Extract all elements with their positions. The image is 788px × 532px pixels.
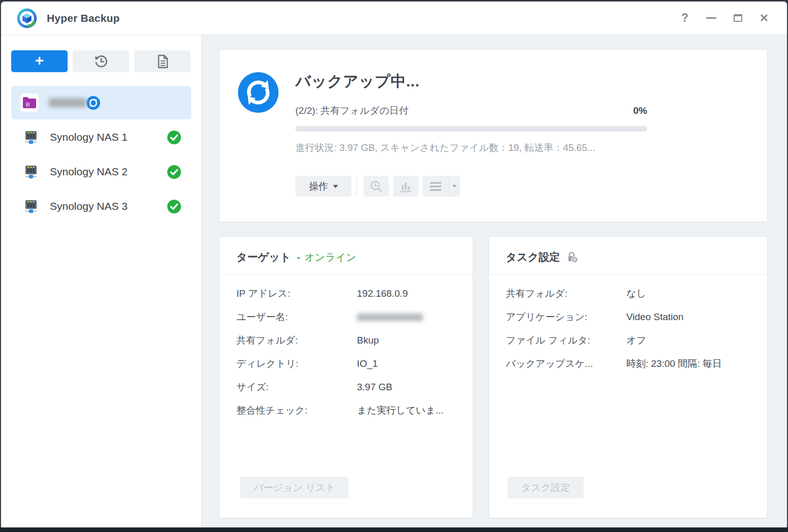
backup-status-title: バックアップ中... bbox=[295, 71, 647, 92]
target-title: ターゲット bbox=[236, 250, 291, 264]
task-settings-card: タスク設定 共有フォルダ: なし bbox=[489, 236, 768, 518]
progress-info: 進行状況: 3.97 GB, スキャンされたファイル数：19, 転送率：45.6… bbox=[295, 141, 647, 154]
nas-server-icon bbox=[22, 198, 40, 215]
maximize-icon bbox=[734, 14, 742, 22]
main-panel: バックアップ中... (2/2): 共有フォルダの日付 0% 進行状況: 3.9… bbox=[202, 35, 787, 527]
magnifier-clock-icon bbox=[369, 179, 383, 194]
settings-row-application: アプリケーション: Video Station bbox=[506, 305, 751, 329]
chevron-down-icon bbox=[333, 185, 338, 188]
sync-status-icon bbox=[86, 96, 100, 110]
minimize-icon bbox=[706, 17, 716, 19]
task-item-nas1[interactable]: Synology NAS 1 bbox=[11, 120, 191, 154]
plus-icon: + bbox=[35, 53, 44, 68]
list-icon bbox=[423, 181, 449, 192]
task-list: R bbox=[11, 86, 191, 223]
username-blurred bbox=[357, 314, 423, 321]
online-status: オンライン bbox=[305, 251, 356, 264]
minimize-button[interactable] bbox=[703, 10, 720, 27]
add-task-button[interactable]: + bbox=[11, 50, 68, 72]
help-button[interactable]: ? bbox=[676, 10, 693, 27]
version-list-button[interactable]: バージョン リスト bbox=[240, 477, 349, 498]
backup-sync-icon bbox=[238, 72, 279, 113]
bar-chart-icon bbox=[399, 180, 413, 193]
remote-folder-icon: R bbox=[20, 93, 39, 112]
hyper-backup-logo-icon bbox=[16, 8, 38, 29]
task-item-nas2[interactable]: Synology NAS 2 bbox=[11, 155, 191, 189]
target-row-directory: ディレクトリ: IO_1 bbox=[236, 352, 457, 375]
settings-rows: 共有フォルダ: なし アプリケーション: Video Station ファイル … bbox=[489, 275, 767, 375]
desktop-edge bbox=[0, 527, 788, 532]
settings-row-file-filter: ファイル フィルタ: オフ bbox=[506, 329, 751, 352]
status-actions: 操作 bbox=[295, 176, 647, 197]
target-row-ip: IP アドレス: 192.168.0.9 bbox=[236, 282, 457, 305]
target-rows: IP アドレス: 192.168.0.9 ユーザー名: 共有フォルダ: Bkup bbox=[220, 275, 473, 422]
app-title: Hyper Backup bbox=[47, 12, 120, 24]
target-row-shared-folder: 共有フォルダ: Bkup bbox=[236, 329, 457, 352]
titlebar: Hyper Backup ? ✕ bbox=[1, 2, 787, 35]
document-icon bbox=[156, 54, 170, 69]
close-icon: ✕ bbox=[760, 13, 769, 24]
toolbar-divider bbox=[356, 176, 357, 197]
nas-server-icon bbox=[22, 163, 40, 180]
hyper-backup-window: Hyper Backup ? ✕ + bbox=[1, 2, 787, 527]
task-name: Synology NAS 1 bbox=[50, 131, 167, 143]
settings-title: タスク設定 bbox=[506, 250, 560, 264]
nas-server-icon bbox=[22, 129, 40, 146]
help-icon: ? bbox=[681, 11, 688, 25]
sidebar-toolbar: + bbox=[11, 50, 191, 72]
version-explorer-button[interactable] bbox=[363, 176, 389, 197]
operate-dropdown-button[interactable]: 操作 bbox=[295, 176, 351, 197]
backup-step-label: (2/2): 共有フォルダの日付 bbox=[295, 104, 409, 117]
history-restore-icon bbox=[94, 54, 109, 69]
log-list-split-button[interactable] bbox=[422, 176, 460, 197]
progress-percent: 0% bbox=[633, 105, 647, 116]
task-item-selected[interactable]: R bbox=[11, 86, 191, 119]
settings-row-schedule: バックアップスケ... 時刻: 23:00 間隔: 毎日 bbox=[506, 352, 751, 375]
ok-status-icon bbox=[167, 165, 181, 179]
maximize-button[interactable] bbox=[729, 10, 746, 27]
target-card-header: ターゲット - オンライン bbox=[220, 237, 473, 275]
log-button[interactable] bbox=[134, 50, 191, 72]
target-row-size: サイズ: 3.97 GB bbox=[236, 375, 457, 399]
task-item-nas3[interactable]: Synology NAS 3 bbox=[11, 190, 191, 223]
chevron-down-icon[interactable] bbox=[449, 185, 460, 187]
target-row-username: ユーザー名: bbox=[236, 305, 457, 329]
ok-status-icon bbox=[167, 131, 181, 144]
operate-label: 操作 bbox=[309, 180, 328, 193]
ok-status-icon bbox=[167, 200, 181, 213]
task-name-blurred bbox=[49, 98, 86, 107]
target-card: ターゲット - オンライン IP アドレス: 192.168.0.9 ユーザー名… bbox=[219, 236, 473, 518]
task-name: Synology NAS 2 bbox=[50, 166, 167, 178]
progress-bar bbox=[295, 126, 647, 132]
lock-disabled-icon bbox=[566, 251, 579, 264]
backup-status-card: バックアップ中... (2/2): 共有フォルダの日付 0% 進行状況: 3.9… bbox=[219, 49, 768, 222]
settings-card-header: タスク設定 bbox=[489, 237, 767, 275]
sidebar: + bbox=[1, 35, 202, 527]
statistics-button[interactable] bbox=[393, 176, 418, 197]
settings-row-shared-folder: 共有フォルダ: なし bbox=[506, 282, 751, 305]
task-settings-button[interactable]: タスク設定 bbox=[507, 477, 584, 498]
close-button[interactable]: ✕ bbox=[755, 10, 773, 27]
restore-button[interactable] bbox=[73, 50, 129, 72]
svg-text:R: R bbox=[26, 102, 30, 108]
task-name: Synology NAS 3 bbox=[50, 200, 167, 212]
target-row-integrity: 整合性チェック: また実行していま... bbox=[236, 399, 457, 422]
online-separator: - bbox=[297, 252, 300, 263]
